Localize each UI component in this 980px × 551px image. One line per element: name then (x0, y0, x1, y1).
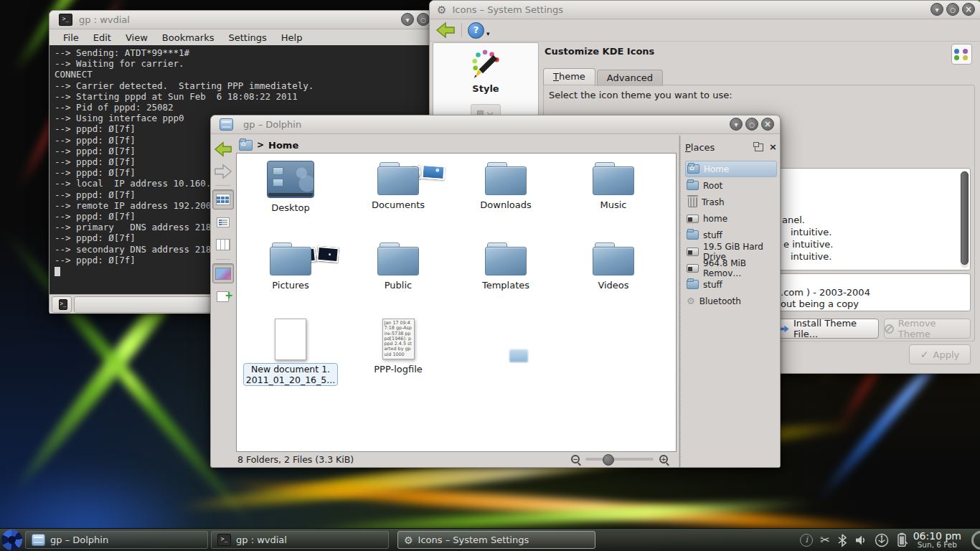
place-label: home (703, 214, 727, 224)
apply-button[interactable]: ✓ Apply (909, 344, 971, 364)
toolbar-separator (216, 185, 230, 186)
folder-label: Pictures (237, 280, 344, 291)
breadcrumb[interactable]: ⌂ > Home (235, 136, 298, 154)
photo-thumbnail (421, 164, 445, 180)
folder-item[interactable]: Public (344, 234, 452, 314)
float-panel-icon[interactable] (755, 143, 763, 151)
help-icon[interactable]: ? (468, 22, 484, 39)
terminal-line: --> Pid of pppd: 25082 (55, 102, 446, 113)
place-label: Root (703, 181, 722, 191)
file-label-line: 2011_01_20_16_5... (246, 375, 335, 385)
place-item-removable[interactable]: 964.8 MiB Remov… (685, 260, 777, 276)
task-button-wvdial[interactable]: >_ gp : wvdial (211, 531, 389, 549)
terminal-line: --> Starting pppd at Sun Feb 6 18:08:22 … (55, 91, 446, 102)
page-title: Customize KDE Icons (545, 46, 654, 57)
new-tab-button[interactable]: >_ (52, 296, 72, 313)
zoom-out-icon[interactable]: − (571, 455, 580, 463)
place-item-home[interactable]: ⌂ Home (685, 161, 777, 177)
folder-item[interactable]: Documents (344, 154, 452, 234)
dolphin-window: gp – Dolphin (210, 115, 781, 468)
volume-icon[interactable] (854, 534, 867, 547)
maximize-button[interactable] (745, 118, 758, 131)
status-text: 8 Folders, 2 Files (3.3 KiB) (237, 454, 571, 465)
tab-theme[interactable]: Theme (543, 68, 595, 86)
sidebar-item-style[interactable]: Style (433, 43, 538, 94)
maximize-button[interactable] (946, 3, 959, 16)
folder-icon (270, 242, 311, 276)
usb-icon[interactable] (875, 533, 889, 547)
folder-icon (687, 181, 699, 190)
columns-view-button[interactable] (213, 235, 233, 254)
minimize-button[interactable] (401, 13, 414, 26)
remove-theme-button[interactable]: Remove Theme (884, 319, 971, 339)
file-label-line: New document 1. (246, 364, 335, 375)
folder-item[interactable]: Videos (560, 234, 667, 314)
maximize-button[interactable] (417, 13, 430, 26)
place-item-root[interactable]: Root (685, 177, 777, 194)
zoom-slider[interactable] (585, 458, 654, 461)
icons-view-button[interactable] (212, 189, 234, 209)
menu-edit[interactable]: Edit (87, 31, 118, 44)
bluetooth-icon: ⚙ (687, 296, 695, 306)
folder-item[interactable]: Downloads (452, 154, 560, 234)
menu-bookmarks[interactable]: Bookmarks (156, 31, 221, 44)
menu-settings[interactable]: Settings (222, 31, 273, 44)
folder-item[interactable]: Music (560, 154, 667, 234)
folder-view[interactable]: Desktop Documents Downloads Music (236, 153, 677, 452)
konsole-titlebar[interactable]: >_ gp : wvdial (50, 11, 451, 29)
minimize-button[interactable] (930, 3, 943, 16)
scissors-icon[interactable]: ✂ (820, 533, 829, 547)
back-arrow-icon[interactable] (435, 22, 456, 39)
place-item-bluetooth[interactable]: ⚙ Bluetooth (685, 293, 777, 309)
install-theme-button[interactable]: Install Theme File... (778, 319, 879, 339)
close-button[interactable] (761, 118, 774, 131)
zoom-slider-handle[interactable] (603, 454, 614, 466)
theme-list-text: anel. (782, 215, 805, 225)
preview-toggle-button[interactable] (212, 263, 234, 283)
place-item-home-drive[interactable]: home (685, 210, 777, 227)
details-view-button[interactable] (213, 213, 233, 232)
scrollbar[interactable] (961, 171, 969, 268)
chevron-down-icon[interactable]: ▾ (486, 30, 490, 37)
close-icon[interactable]: × (769, 143, 777, 151)
kde-menu-icon[interactable] (1, 529, 22, 550)
menu-view[interactable]: View (119, 31, 154, 44)
minimize-button[interactable] (730, 118, 743, 131)
menu-file[interactable]: File (57, 31, 85, 44)
task-label: gp : wvdial (236, 534, 287, 545)
photo-thumbnail (295, 248, 316, 264)
menu-help[interactable]: Help (275, 31, 309, 44)
task-button-system-settings[interactable]: ⚙ Icons – System Settings (397, 531, 595, 549)
plasma-toolbox-icon[interactable] (968, 527, 980, 551)
zoom-in-icon[interactable]: + (659, 455, 668, 463)
place-item-trash[interactable]: Trash (685, 194, 777, 210)
place-item-stuff2[interactable]: stuff (685, 276, 777, 293)
file-item-selected[interactable]: New document 1. 2011_01_20_16_5... (237, 314, 344, 408)
breadcrumb-home[interactable]: Home (268, 140, 298, 151)
split-view-button[interactable] (213, 287, 233, 306)
scrollbar-thumb[interactable] (961, 171, 969, 265)
folder-icon (687, 280, 699, 289)
forward-arrow-icon[interactable] (214, 163, 232, 180)
folder-icon (485, 162, 527, 195)
places-title: Places (685, 142, 755, 153)
overview-button[interactable] (951, 44, 972, 65)
clock[interactable]: 06:10 pm Sun, 6 Feb (913, 531, 961, 550)
tab-advanced[interactable]: Advanced (597, 70, 663, 86)
battery-icon[interactable] (896, 532, 908, 547)
dolphin-titlebar[interactable]: gp – Dolphin (211, 116, 780, 134)
folder-item[interactable]: Pictures (237, 234, 344, 314)
back-arrow-icon[interactable] (214, 141, 232, 158)
settings-titlebar[interactable]: ⚙ Icons – System Settings (430, 1, 980, 19)
file-item[interactable]: Jan 17 09:4 7:18 gp-Asp ire-5738 pp pd[1… (344, 314, 452, 408)
task-button-dolphin[interactable]: gp – Dolphin (25, 531, 208, 549)
close-button[interactable] (962, 3, 975, 16)
folder-item[interactable]: Desktop (237, 154, 344, 234)
folder-item[interactable]: Templates (452, 234, 560, 314)
terminal-line: --> Waiting for carrier. (55, 58, 446, 69)
document-icon (275, 319, 306, 360)
icon-theme-prompt: Select the icon theme you want to use: (549, 90, 732, 100)
bluetooth-icon[interactable] (837, 533, 847, 547)
file-label: PPP-logfile (344, 364, 452, 375)
info-icon[interactable]: i (800, 534, 813, 547)
